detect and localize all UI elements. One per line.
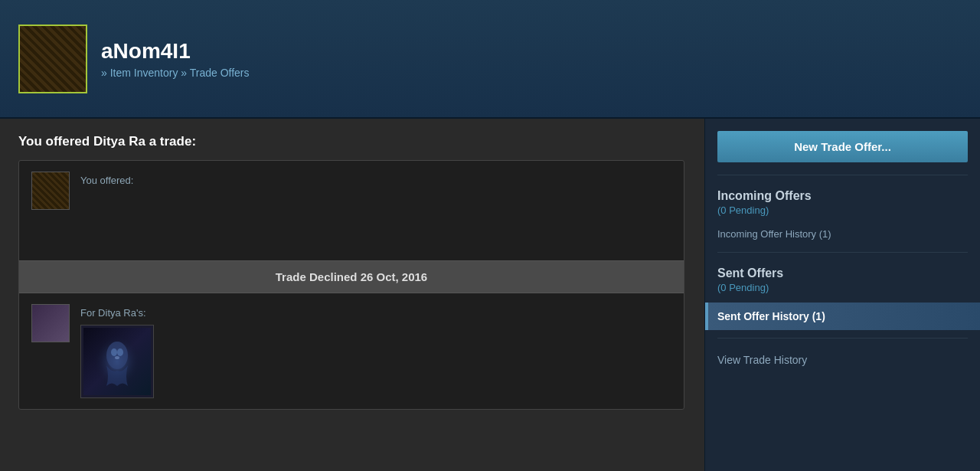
item-thumbnail-inner <box>83 328 151 395</box>
incoming-offers-subtitle: (0 Pending) <box>705 204 980 224</box>
username-section: aNom4I1 » Item Inventory » Trade Offers <box>101 39 250 79</box>
sidebar: New Trade Offer... Incoming Offers (0 Pe… <box>704 119 980 471</box>
you-offered-section: You offered: <box>19 161 684 260</box>
sidebar-divider-1 <box>717 175 968 175</box>
breadcrumb-item2[interactable]: Trade Offers <box>190 67 250 79</box>
trade-box: You offered: Trade Declined 26 Oct, 2016… <box>18 160 684 410</box>
header: aNom4I1 » Item Inventory » Trade Offers <box>0 0 980 119</box>
avatar-image <box>20 26 86 92</box>
breadcrumb-item1[interactable]: Item Inventory <box>110 67 178 79</box>
item-image <box>90 331 144 392</box>
sidebar-divider-2 <box>717 252 968 253</box>
svg-point-2 <box>111 348 117 356</box>
item-thumbnail <box>80 325 154 398</box>
breadcrumb: » Item Inventory » Trade Offers <box>101 67 250 79</box>
incoming-offer-history-link[interactable]: Incoming Offer History (1) <box>705 224 980 244</box>
sent-offer-history-label: Sent Offer History (1) <box>717 310 825 322</box>
breadcrumb-separator2: » <box>181 67 187 79</box>
view-trade-history-link[interactable]: View Trade History <box>705 346 980 374</box>
for-user-section: For Ditya Ra's: <box>19 293 684 409</box>
ditya-avatar-image <box>32 305 69 342</box>
content-area: You offered Ditya Ra a trade: You offere… <box>0 119 704 471</box>
svg-point-3 <box>117 348 123 356</box>
ditya-avatar <box>31 304 70 342</box>
avatar <box>18 25 87 93</box>
username: aNom4I1 <box>101 39 250 64</box>
for-label-container: For Ditya Ra's: <box>80 304 154 398</box>
sent-offers-subtitle: (0 Pending) <box>705 282 980 301</box>
your-avatar <box>31 172 70 210</box>
svg-point-1 <box>106 342 128 369</box>
your-avatar-image <box>32 172 69 209</box>
you-offered-label: You offered: <box>80 172 133 186</box>
main-content: You offered Ditya Ra a trade: You offere… <box>0 119 980 471</box>
new-trade-offer-button[interactable]: New Trade Offer... <box>717 131 968 162</box>
incoming-offers-title: Incoming Offers <box>705 183 980 204</box>
trade-title: You offered Ditya Ra a trade: <box>18 134 686 149</box>
breadcrumb-separator1: » <box>101 67 107 79</box>
declined-text: Trade Declined 26 Oct, 2016 <box>276 270 427 283</box>
sent-offer-history-active-item[interactable]: Sent Offer History (1) <box>705 303 980 330</box>
for-user-label: For Ditya Ra's: <box>80 304 154 319</box>
sidebar-divider-3 <box>717 338 968 339</box>
svg-point-4 <box>115 356 119 359</box>
trade-declined-banner: Trade Declined 26 Oct, 2016 <box>19 260 684 293</box>
sent-offers-title: Sent Offers <box>705 260 980 282</box>
